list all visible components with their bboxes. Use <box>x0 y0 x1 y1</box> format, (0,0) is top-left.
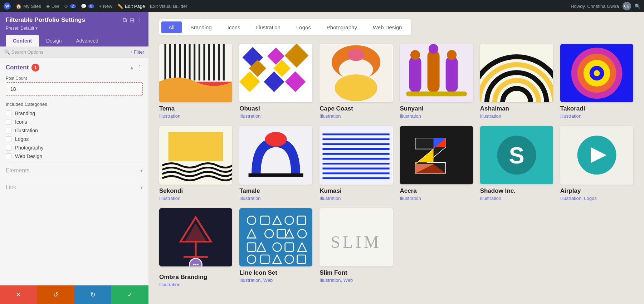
ombra-thumbnail: ••• <box>159 208 232 266</box>
copy-icon[interactable]: ⧉ <box>123 17 127 24</box>
home-icon: 🏠 <box>16 4 21 9</box>
illustration-checkbox[interactable] <box>6 128 11 133</box>
filter-tab-logos[interactable]: Logos <box>289 21 318 33</box>
category-logos[interactable]: Logos <box>6 136 143 142</box>
portfolio-item-sunyani[interactable]: Sunyani Illustration <box>400 44 473 119</box>
wp-bar-right: Howdy, Christina Gwira CG 🔍 <box>571 2 640 10</box>
user-avatar[interactable]: CG <box>623 2 631 10</box>
category-branding[interactable]: Branding <box>6 111 143 116</box>
tab-advanced[interactable]: Advanced <box>69 35 105 46</box>
svg-point-35 <box>447 50 456 60</box>
main-layout: Filterable Portfolio Settings ⧉ ⊟ ⋮ Pres… <box>0 12 644 304</box>
branding-label: Branding <box>15 111 35 116</box>
icons-checkbox[interactable] <box>6 119 11 125</box>
more-options-icon[interactable]: ⋮ <box>137 17 143 24</box>
tamale-thumbnail <box>239 126 312 184</box>
category-web-design[interactable]: Web Design <box>6 153 143 159</box>
section-title-row: Content 1 <box>6 64 39 72</box>
svg-point-48 <box>594 70 600 76</box>
svg-text:S: S <box>509 143 524 169</box>
branding-checkbox[interactable] <box>6 111 11 116</box>
redo-button[interactable]: ↻ <box>74 285 112 304</box>
undo-button[interactable]: ↺ <box>37 285 74 304</box>
web-design-checkbox[interactable] <box>6 153 11 159</box>
new-menu[interactable]: + New <box>99 4 112 9</box>
search-options-placeholder[interactable]: 🔍 Search Options <box>4 49 43 55</box>
section-controls: ▲ ⋮ <box>129 64 143 72</box>
filter-tab-illustration[interactable]: Illustration <box>249 21 288 33</box>
logos-checkbox[interactable] <box>6 136 11 142</box>
refresh-icon: ⟳ <box>64 4 68 9</box>
filter-tab-icons[interactable]: Icons <box>220 21 248 33</box>
undo-icon: ↺ <box>53 291 58 299</box>
category-photography[interactable]: Photography <box>6 145 143 151</box>
illustration-label: Illustration <box>15 128 38 133</box>
airplay-thumb-inner <box>560 126 633 184</box>
panel-content: Content 1 ▲ ⋮ Post Count Included Catego… <box>0 58 148 285</box>
takoradi-name: Takoradi <box>560 105 633 112</box>
wp-bar-left: W 🏠 My Sites ◈ Divi ⟳ 2 💬 0 + New ✏️ Edi… <box>4 3 187 10</box>
shadow-thumbnail: S <box>480 126 553 184</box>
my-sites-label: My Sites <box>23 4 41 9</box>
section-more-button[interactable]: ⋮ <box>136 64 143 72</box>
portfolio-item-obuasi[interactable]: Obuasi Illustration <box>239 44 312 119</box>
portfolio-item-shadow[interactable]: S Shadow Inc. Illustration <box>480 126 553 201</box>
tab-content[interactable]: Content <box>6 35 39 46</box>
portfolio-item-tema[interactable]: Tema Illustration <box>159 44 232 119</box>
link-title: Link <box>6 184 16 191</box>
cancel-button[interactable]: ✕ <box>0 285 37 304</box>
portfolio-item-tamale[interactable]: Tamale Illustration <box>239 126 312 201</box>
portfolio-item-airplay[interactable]: Airplay Illustration, Logos <box>560 126 633 201</box>
comments-count[interactable]: ⟳ 2 <box>64 4 76 9</box>
search-icon[interactable]: 🔍 <box>635 4 640 9</box>
ombra-category: Illustration <box>159 282 232 287</box>
shadow-category: Illustration <box>480 196 553 201</box>
filter-tab-branding[interactable]: Branding <box>183 21 219 33</box>
portfolio-item-ashaiman[interactable]: Ashaiman Illustration <box>480 44 553 119</box>
exit-builder-button[interactable]: Exit Visual Builder <box>150 4 187 9</box>
category-icons[interactable]: Icons <box>6 119 143 125</box>
save-button[interactable]: ✓ <box>111 285 148 304</box>
filter-tab-web-design[interactable]: Web Design <box>366 21 409 33</box>
howdy-text: Howdy, Christina Gwira <box>571 4 619 9</box>
svg-point-33 <box>410 50 420 60</box>
bubble-icon: 💬 <box>81 4 87 9</box>
filter-button[interactable]: + Filter <box>130 49 144 55</box>
edit-page-button[interactable]: ✏️ Edit Page <box>117 4 145 9</box>
portfolio-item-ombra[interactable]: ••• Ombra Branding Illustration <box>159 208 232 287</box>
portfolio-item-takoradi[interactable]: Takoradi Illustration <box>560 44 633 119</box>
ashaiman-thumb-inner <box>480 44 553 102</box>
edit-page-label: Edit Page <box>125 4 145 9</box>
divi-menu[interactable]: ◈ Divi <box>46 4 59 9</box>
my-sites-menu[interactable]: 🏠 My Sites <box>16 4 41 9</box>
lineiconset-category: Illustration, Web <box>239 278 312 283</box>
columns-icon[interactable]: ⊟ <box>130 17 134 24</box>
portfolio-item-sekondi[interactable]: Sekondi Illustration <box>159 126 232 201</box>
slimfont-name: Slim Font <box>319 269 392 276</box>
preset-selector[interactable]: Preset: Default ▾ <box>6 26 143 31</box>
photography-checkbox[interactable] <box>6 145 11 151</box>
link-section[interactable]: Link ▾ <box>6 179 143 196</box>
photography-label: Photography <box>15 145 43 151</box>
collapse-button[interactable]: ▲ <box>129 65 134 70</box>
obuasi-name: Obuasi <box>239 105 312 112</box>
bubbles-count[interactable]: 💬 0 <box>81 4 94 9</box>
tab-design[interactable]: Design <box>39 35 69 46</box>
elements-section[interactable]: Elements ▾ <box>6 162 143 179</box>
kumasi-thumb-inner <box>319 126 392 184</box>
portfolio-item-slimfont[interactable]: SLIM Slim Font Illustration, Web <box>319 208 392 287</box>
accra-name: Accra <box>400 187 473 195</box>
filter-tab-photography[interactable]: Photography <box>319 21 364 33</box>
category-illustration[interactable]: Illustration <box>6 128 143 133</box>
obuasi-category: Illustration <box>239 113 312 119</box>
portfolio-item-accra[interactable]: Accra Illustration <box>400 126 473 201</box>
wordpress-icon[interactable]: W <box>4 3 11 10</box>
obuasi-thumbnail <box>239 44 312 102</box>
portfolio-item-lineiconset[interactable]: Line Icon Set Illustration, Web <box>239 208 312 287</box>
portfolio-item-cape-coast[interactable]: Cape Coast Illustration <box>319 44 392 119</box>
filter-tab-all[interactable]: All <box>161 21 182 33</box>
cape-coast-name: Cape Coast <box>319 105 392 112</box>
portfolio-item-kumasi[interactable]: Kumasi Illustration <box>319 126 392 201</box>
divi-label: Divi <box>52 4 59 9</box>
post-count-input[interactable] <box>6 82 143 96</box>
